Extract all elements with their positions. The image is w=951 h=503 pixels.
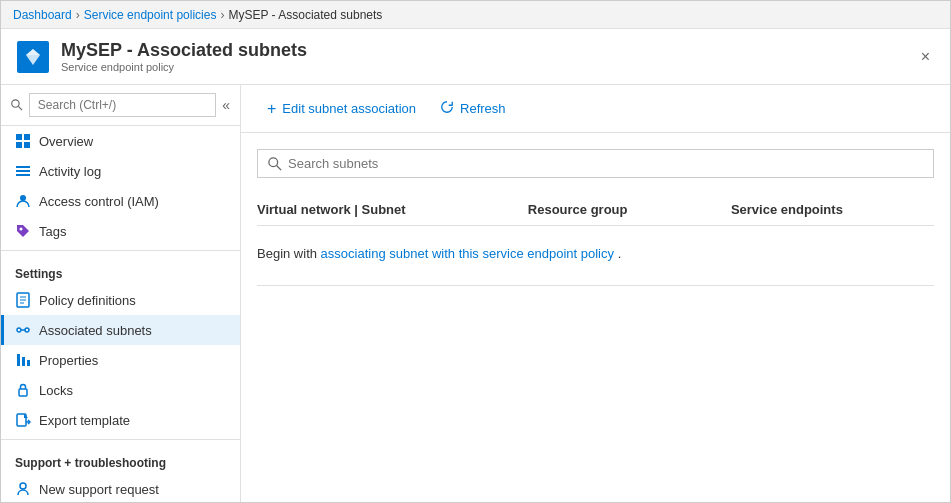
diamond-icon <box>23 47 43 67</box>
col-service-endpoints: Service endpoints <box>731 202 934 217</box>
breadcrumb-sep-1: › <box>76 8 80 22</box>
svg-rect-21 <box>19 389 27 396</box>
sidebar-item-locks[interactable]: Locks <box>1 375 240 405</box>
edit-label: Edit subnet association <box>282 101 416 116</box>
svg-point-25 <box>269 157 278 166</box>
breadcrumb-current: MySEP - Associated subnets <box>228 8 382 22</box>
svg-point-15 <box>17 328 21 332</box>
empty-link[interactable]: associating subnet with this service end… <box>321 246 614 261</box>
sidebar-item-label: Policy definitions <box>39 293 136 308</box>
edit-subnet-association-button[interactable]: + Edit subnet association <box>257 94 426 124</box>
table-divider <box>257 285 934 286</box>
plus-icon: + <box>267 100 276 118</box>
breadcrumb-sep-2: › <box>220 8 224 22</box>
sidebar-item-label: Overview <box>39 134 93 149</box>
sidebar-item-label: Export template <box>39 413 130 428</box>
content-body: Virtual network | Subnet Resource group … <box>241 133 950 502</box>
refresh-icon <box>440 100 454 117</box>
svg-line-26 <box>277 165 281 169</box>
title-bar: MySEP - Associated subnets Service endpo… <box>1 29 950 85</box>
toolbar: + Edit subnet association Refresh <box>241 85 950 133</box>
sidebar-item-label: Access control (IAM) <box>39 194 159 209</box>
svg-rect-19 <box>22 357 25 366</box>
breadcrumb-dashboard[interactable]: Dashboard <box>13 8 72 22</box>
svg-rect-7 <box>16 170 30 172</box>
sidebar-item-new-support-request[interactable]: New support request <box>1 474 240 502</box>
locks-icon <box>15 382 31 398</box>
close-button[interactable]: × <box>913 44 938 70</box>
sidebar: « Overview <box>1 85 241 502</box>
support-icon <box>15 481 31 497</box>
search-icon <box>11 98 23 112</box>
breadcrumb: Dashboard › Service endpoint policies › … <box>1 1 950 29</box>
svg-rect-4 <box>16 142 22 148</box>
policy-icon <box>15 292 31 308</box>
search-subnets-input[interactable] <box>288 156 923 171</box>
main-content: « Overview <box>1 85 950 502</box>
search-subnets-icon <box>268 157 282 171</box>
search-subnets-box <box>257 149 934 178</box>
col-virtual-network: Virtual network | Subnet <box>257 202 528 217</box>
sidebar-item-label: Activity log <box>39 164 101 179</box>
refresh-button[interactable]: Refresh <box>430 94 516 123</box>
collapse-button[interactable]: « <box>222 97 230 113</box>
subnets-icon <box>15 322 31 338</box>
svg-line-1 <box>18 106 22 110</box>
svg-point-10 <box>20 228 23 231</box>
sidebar-item-tags[interactable]: Tags <box>1 216 240 246</box>
svg-point-0 <box>12 100 19 107</box>
svg-rect-2 <box>16 134 22 140</box>
svg-point-16 <box>25 328 29 332</box>
sidebar-item-label: Locks <box>39 383 73 398</box>
sidebar-item-label: Properties <box>39 353 98 368</box>
svg-rect-18 <box>17 354 20 366</box>
svg-rect-20 <box>27 360 30 366</box>
breadcrumb-policies[interactable]: Service endpoint policies <box>84 8 217 22</box>
page-subtitle: Service endpoint policy <box>61 61 307 73</box>
title-text: MySEP - Associated subnets Service endpo… <box>61 40 307 74</box>
svg-rect-3 <box>24 134 30 140</box>
empty-message: Begin with associating subnet with this … <box>257 230 934 277</box>
settings-section-label: Settings <box>1 255 240 285</box>
svg-rect-6 <box>16 166 30 168</box>
overview-icon <box>15 133 31 149</box>
search-input[interactable] <box>29 93 216 117</box>
sidebar-item-label: New support request <box>39 482 159 497</box>
sidebar-item-policy-definitions[interactable]: Policy definitions <box>1 285 240 315</box>
page-title: MySEP - Associated subnets <box>61 40 307 62</box>
refresh-label: Refresh <box>460 101 506 116</box>
activity-log-icon <box>15 163 31 179</box>
properties-icon <box>15 352 31 368</box>
nav-divider-2 <box>1 439 240 440</box>
tags-icon <box>15 223 31 239</box>
nav-divider-1 <box>1 250 240 251</box>
sidebar-item-properties[interactable]: Properties <box>1 345 240 375</box>
page-icon <box>17 41 49 73</box>
iam-icon <box>15 193 31 209</box>
svg-rect-5 <box>24 142 30 148</box>
sidebar-item-export-template[interactable]: Export template <box>1 405 240 435</box>
search-box: « <box>1 85 240 126</box>
content-area: + Edit subnet association Refresh <box>241 85 950 502</box>
main-window: Dashboard › Service endpoint policies › … <box>0 0 951 503</box>
sidebar-item-iam[interactable]: Access control (IAM) <box>1 186 240 216</box>
col-resource-group: Resource group <box>528 202 731 217</box>
sidebar-item-activity-log[interactable]: Activity log <box>1 156 240 186</box>
empty-suffix: . <box>618 246 622 261</box>
empty-prefix: Begin with <box>257 246 317 261</box>
sidebar-item-associated-subnets[interactable]: Associated subnets <box>1 315 240 345</box>
sidebar-item-overview[interactable]: Overview <box>1 126 240 156</box>
svg-point-24 <box>20 483 26 489</box>
support-section-label: Support + troubleshooting <box>1 444 240 474</box>
svg-point-9 <box>20 195 26 201</box>
svg-rect-8 <box>16 174 30 176</box>
export-icon <box>15 412 31 428</box>
sidebar-item-label: Tags <box>39 224 66 239</box>
sidebar-item-label: Associated subnets <box>39 323 152 338</box>
table-header: Virtual network | Subnet Resource group … <box>257 194 934 226</box>
